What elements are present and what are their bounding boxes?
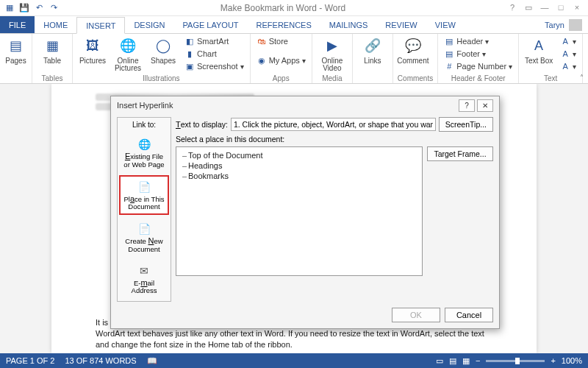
shapes-button[interactable]: ◯Shapes	[148, 35, 179, 65]
cancel-button[interactable]: Cancel	[445, 308, 493, 322]
page-number-button[interactable]: #Page Number ▾	[442, 60, 514, 72]
smartart-button[interactable]: ◧SmartArt	[183, 35, 245, 47]
status-words[interactable]: 13 OF 874 WORDS	[65, 356, 136, 365]
status-page[interactable]: PAGE 1 OF 2	[6, 356, 54, 365]
dialog-help-icon[interactable]: ?	[459, 99, 475, 112]
ok-button[interactable]: OK	[392, 308, 440, 322]
view-print-icon[interactable]: ▤	[449, 356, 456, 366]
place-tree[interactable]: Top of the Document Headings Bookmarks	[176, 146, 423, 276]
links-button[interactable]: 🔗Links	[357, 35, 388, 65]
zoom-in-icon[interactable]: +	[551, 356, 555, 365]
online-video-button[interactable]: ▶Online Video	[317, 35, 348, 72]
view-web-icon[interactable]: ▦	[462, 356, 470, 366]
zoom-out-icon[interactable]: −	[476, 356, 480, 365]
status-bar: PAGE 1 OF 2 13 OF 874 WORDS 📖 ▭ ▤ ▦ − + …	[0, 353, 588, 368]
ribbon-tabs: FILE HOME INSERT DESIGN PAGE LAYOUT REFE…	[0, 16, 588, 34]
email-icon: ✉	[136, 263, 152, 278]
tab-design[interactable]: DESIGN	[125, 16, 173, 33]
target-frame-button[interactable]: Target Frame...	[427, 146, 493, 161]
screenshot-button[interactable]: ▣Screenshot ▾	[183, 60, 245, 72]
tree-node-top[interactable]: Top of the Document	[181, 150, 417, 160]
undo-icon[interactable]: ↶	[32, 1, 46, 15]
new-document-icon: 📄	[136, 222, 152, 236]
linkto-email[interactable]: ✉E-mailAddress	[119, 260, 169, 299]
insert-hyperlink-dialog: Insert Hyperlink ? ✕ Link to: 🌐Existing …	[110, 96, 500, 329]
tab-mailings[interactable]: MAILINGS	[320, 16, 377, 33]
text-to-display-input[interactable]	[231, 118, 436, 131]
text-misc3[interactable]: A▾	[559, 60, 578, 72]
group-apps: Apps	[255, 74, 307, 83]
footer-button[interactable]: ▤Footer ▾	[442, 48, 514, 60]
tab-page-layout[interactable]: PAGE LAYOUT	[174, 16, 248, 33]
group-text: Text	[523, 74, 578, 83]
zoom-slider[interactable]	[486, 360, 545, 362]
link-to-label: Link to:	[119, 121, 169, 129]
ribbon-options-icon[interactable]: ▭	[522, 3, 535, 13]
chart-button[interactable]: ▮Chart	[183, 48, 245, 60]
text-misc1[interactable]: A▾	[559, 35, 578, 47]
dialog-title: Insert Hyperlink	[117, 101, 173, 110]
ribbon: ▤Pages ▦Table Tables 🖼Pictures 🌐Online P…	[0, 34, 588, 84]
tab-review[interactable]: REVIEW	[376, 16, 426, 33]
tree-node-headings[interactable]: Headings	[181, 160, 417, 171]
linkto-place-in-document[interactable]: 📄Place in ThisDocument	[119, 175, 169, 216]
group-comments: Comments	[398, 74, 433, 83]
proofing-icon[interactable]: 📖	[147, 356, 157, 366]
group-header-footer: Header & Footer	[442, 74, 514, 83]
link-to-panel: Link to: 🌐Existing Fileor Web Page 📄Plac…	[117, 117, 171, 302]
store-button[interactable]: 🛍Store	[255, 35, 307, 47]
group-media: Media	[317, 74, 348, 83]
group-tables: Tables	[37, 74, 68, 83]
close-icon[interactable]: ×	[570, 3, 584, 13]
collapse-ribbon-icon[interactable]: ˄	[580, 74, 584, 82]
title-bar: ▦ 💾 ↶ ↷ Make Bookmark in Word - Word ? ▭…	[0, 0, 588, 16]
save-icon[interactable]: 💾	[18, 1, 31, 15]
online-pictures-button[interactable]: 🌐Online Pictures	[112, 35, 143, 72]
tree-node-bookmarks[interactable]: Bookmarks	[181, 171, 417, 181]
text-box-button[interactable]: AText Box	[523, 35, 554, 65]
quick-access-toolbar: ▦ 💾 ↶ ↷	[3, 1, 60, 15]
word-icon: ▦	[3, 1, 16, 15]
avatar-icon[interactable]	[569, 19, 582, 31]
table-button[interactable]: ▦Table	[37, 35, 68, 65]
maximize-icon[interactable]: □	[554, 3, 567, 13]
globe-page-icon: 🌐	[136, 137, 152, 152]
tab-references[interactable]: REFERENCES	[248, 16, 320, 33]
header-button[interactable]: ▤Header ▾	[442, 35, 514, 47]
help-icon[interactable]: ?	[506, 3, 519, 13]
my-apps-button[interactable]: ◉My Apps ▾	[255, 54, 307, 66]
tab-home[interactable]: HOME	[35, 16, 76, 33]
window-title: Make Bookmark in Word - Word	[60, 3, 506, 13]
comment-button[interactable]: 💬Comment	[398, 35, 429, 65]
document-target-icon: 📄	[136, 180, 152, 194]
text-to-display-label: Text to display:	[176, 120, 228, 129]
text-misc2[interactable]: A▾	[559, 48, 578, 60]
tab-insert[interactable]: INSERT	[76, 17, 125, 34]
pictures-button[interactable]: 🖼Pictures	[77, 35, 108, 65]
tab-view[interactable]: VIEW	[426, 16, 465, 33]
select-place-label: Select a place in this document:	[176, 135, 493, 144]
redo-icon[interactable]: ↷	[47, 1, 60, 15]
linkto-create-new[interactable]: 📄Create NewDocument	[119, 218, 169, 257]
linkto-existing-file[interactable]: 🌐Existing Fileor Web Page	[119, 133, 169, 172]
group-illustrations: Illustrations	[77, 74, 245, 83]
account-name[interactable]: Taryn	[545, 21, 564, 29]
dialog-close-icon[interactable]: ✕	[477, 99, 493, 112]
tab-file[interactable]: FILE	[0, 16, 35, 33]
minimize-icon[interactable]: —	[538, 3, 551, 13]
view-read-icon[interactable]: ▭	[436, 356, 443, 366]
screentip-button[interactable]: ScreenTip...	[439, 117, 493, 132]
zoom-level[interactable]: 100%	[562, 356, 582, 365]
pages-button[interactable]: ▤Pages	[4, 35, 27, 65]
